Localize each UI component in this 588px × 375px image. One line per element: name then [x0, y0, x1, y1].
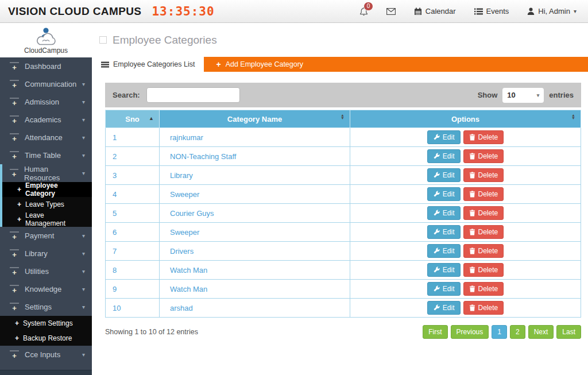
- plus-icon: +: [10, 80, 19, 89]
- sidebar-item-payment[interactable]: + Payment ▾: [0, 227, 92, 245]
- edit-button[interactable]: Edit: [427, 130, 461, 144]
- chevron-down-icon: ▾: [82, 152, 85, 158]
- edit-button[interactable]: Edit: [427, 263, 461, 277]
- edit-button[interactable]: Edit: [427, 168, 461, 182]
- sidebar-item-academics[interactable]: + Academics ▾: [0, 111, 92, 129]
- table-footer: Showing 1 to 10 of 12 entries First Prev…: [105, 325, 581, 339]
- plus-icon: +: [10, 267, 19, 276]
- sidebar-item-employee-category[interactable]: + Employee Category: [2, 182, 92, 197]
- sno-cell: 10: [106, 299, 160, 318]
- table-row: 6 Sweeper EditDelete: [106, 223, 581, 242]
- table-row: 9 Watch Man EditDelete: [106, 280, 581, 299]
- sidebar-item-leave-management[interactable]: + Leave Management: [2, 212, 92, 227]
- delete-button[interactable]: Delete: [463, 187, 504, 201]
- search-input[interactable]: [146, 87, 240, 103]
- edit-button[interactable]: Edit: [427, 225, 461, 239]
- button-label: Delete: [478, 209, 498, 217]
- sidebar-item-human-resources[interactable]: + Human Resources ▾: [0, 164, 92, 182]
- calendar-button[interactable]: Calendar: [414, 7, 456, 16]
- sno-cell: 6: [106, 223, 160, 242]
- button-label: Delete: [478, 190, 498, 198]
- sidebar-item-dashboard[interactable]: + Dashboard: [0, 57, 92, 75]
- sidebar-item-time-table[interactable]: + Time Table ▾: [0, 146, 92, 164]
- category-cell: Sweeper: [160, 223, 350, 242]
- delete-button[interactable]: Delete: [463, 206, 504, 220]
- search-label: Search:: [113, 91, 140, 99]
- edit-button[interactable]: Edit: [427, 187, 461, 201]
- plus-icon: +: [10, 62, 19, 71]
- button-label: Edit: [443, 304, 455, 312]
- pagination: First Previous 1 2 Next Last: [423, 325, 581, 339]
- edit-button[interactable]: Edit: [427, 244, 461, 258]
- category-cell: Watch Man: [160, 280, 350, 299]
- sidebar-item-system-settings[interactable]: + System Settings: [0, 316, 92, 331]
- tab-add-employee-category[interactable]: + Add Employee Category: [204, 57, 588, 72]
- plus-icon: +: [15, 335, 19, 342]
- sidebar-item-label: Communication: [25, 80, 76, 88]
- plus-icon: +: [10, 285, 19, 294]
- delete-button[interactable]: Delete: [463, 225, 504, 239]
- edit-button[interactable]: Edit: [427, 301, 461, 315]
- sidebar-item-label: Leave Types: [25, 200, 64, 208]
- delete-button[interactable]: Delete: [463, 282, 504, 296]
- sidebar-item-backup-restore[interactable]: + Backup Restore: [0, 331, 92, 346]
- show-entries-group: Show 10 ▾ entries: [478, 88, 574, 103]
- sidebar-item-label: Knowledge: [25, 285, 61, 293]
- sidebar-item-cce-inputs[interactable]: + Cce Inputs ▾: [0, 346, 92, 364]
- plus-icon: +: [10, 151, 19, 160]
- chevron-down-icon: ▾: [82, 117, 85, 123]
- button-label: Edit: [443, 285, 455, 293]
- envelope-icon: [386, 8, 396, 15]
- pagination-first-button[interactable]: First: [423, 325, 447, 339]
- tab-employee-categories-list[interactable]: Employee Categories List: [92, 57, 204, 72]
- delete-button[interactable]: Delete: [463, 168, 504, 182]
- sidebar-item-attendance[interactable]: + Attendance ▾: [0, 129, 92, 146]
- pagination-next-button[interactable]: Next: [528, 325, 554, 339]
- sidebar-item-label: Time Table: [25, 151, 61, 160]
- messages-button[interactable]: [386, 8, 396, 15]
- edit-button[interactable]: Edit: [427, 149, 461, 163]
- plus-icon: +: [10, 169, 18, 178]
- chevron-down-icon: ▾: [574, 8, 577, 14]
- page-size-select[interactable]: 10 ▾: [502, 88, 544, 103]
- column-header-label: Options: [451, 115, 479, 123]
- pagination-page-1-button[interactable]: 1: [492, 325, 507, 339]
- plus-icon: +: [15, 320, 19, 327]
- pagination-previous-button[interactable]: Previous: [451, 325, 489, 339]
- sidebar-item-leave-types[interactable]: + Leave Types: [2, 197, 92, 212]
- chevron-down-icon: ▾: [82, 99, 85, 105]
- sidebar-item-admission[interactable]: + Admission ▾: [0, 93, 92, 111]
- button-label: Edit: [443, 152, 455, 160]
- options-cell: EditDelete: [350, 261, 581, 280]
- column-header-category-name[interactable]: Category Name ▲▼: [160, 110, 350, 128]
- sidebar-item-library[interactable]: + Library ▾: [0, 245, 92, 262]
- sidebar-item-knowledge[interactable]: + Knowledge ▾: [0, 280, 92, 298]
- sidebar-item-label: System Settings: [23, 319, 73, 327]
- user-menu[interactable]: Hi, Admin ▾: [527, 7, 577, 16]
- sno-cell: 9: [106, 280, 160, 299]
- plus-icon: +: [10, 115, 19, 125]
- pagination-last-button[interactable]: Last: [556, 325, 581, 339]
- hamburger-list-icon: [101, 61, 109, 68]
- pagination-page-2-button[interactable]: 2: [510, 325, 525, 339]
- button-label: Delete: [478, 247, 498, 255]
- button-label: Delete: [478, 152, 498, 160]
- delete-button[interactable]: Delete: [463, 130, 504, 144]
- sidebar-item-communication[interactable]: + Communication ▾: [0, 75, 92, 93]
- delete-button[interactable]: Delete: [463, 301, 504, 315]
- column-header-sno[interactable]: Sno ▲: [106, 110, 160, 128]
- notifications-button[interactable]: 0: [359, 7, 368, 16]
- sidebar-item-utilities[interactable]: + Utilities ▾: [0, 262, 92, 280]
- events-button[interactable]: Events: [474, 7, 509, 16]
- plus-icon: +: [10, 231, 19, 241]
- delete-button[interactable]: Delete: [463, 244, 504, 258]
- edit-button[interactable]: Edit: [427, 206, 461, 220]
- edit-button[interactable]: Edit: [427, 282, 461, 296]
- column-header-options[interactable]: Options ▲▼: [350, 110, 581, 128]
- chevron-down-icon: ▾: [82, 250, 85, 257]
- category-cell: Library: [160, 166, 350, 185]
- table-row: 2 NON-Teaching Staff EditDelete: [106, 147, 581, 166]
- delete-button[interactable]: Delete: [463, 149, 504, 163]
- sidebar-item-settings[interactable]: + Settings ▾: [0, 298, 92, 316]
- delete-button[interactable]: Delete: [463, 263, 504, 277]
